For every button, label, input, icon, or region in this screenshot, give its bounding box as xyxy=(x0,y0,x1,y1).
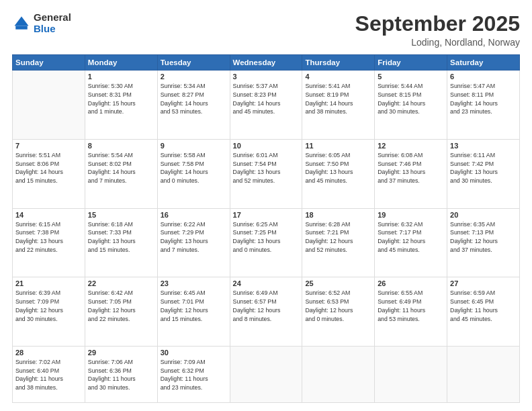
table-row: 2Sunrise: 5:34 AMSunset: 8:27 PMDaylight… xyxy=(157,71,230,140)
table-row: 24Sunrise: 6:49 AMSunset: 6:57 PMDayligh… xyxy=(230,277,302,347)
day-number: 9 xyxy=(161,142,227,150)
day-number: 2 xyxy=(161,73,227,81)
logo: General Blue xyxy=(12,12,71,34)
table-row: 5Sunrise: 5:44 AMSunset: 8:15 PMDaylight… xyxy=(375,71,447,140)
day-number: 17 xyxy=(233,211,300,219)
table-row xyxy=(302,346,375,402)
day-number: 3 xyxy=(233,73,300,81)
day-info: Sunrise: 6:55 AMSunset: 6:49 PMDaylight:… xyxy=(378,289,444,323)
table-row xyxy=(230,346,302,402)
svg-rect-1 xyxy=(15,26,28,29)
day-number: 21 xyxy=(15,279,82,287)
day-number: 20 xyxy=(450,211,517,219)
day-info: Sunrise: 5:37 AMSunset: 8:23 PMDaylight:… xyxy=(233,82,300,116)
day-info: Sunrise: 6:11 AMSunset: 7:42 PMDaylight:… xyxy=(450,151,517,185)
day-info: Sunrise: 6:42 AMSunset: 7:05 PMDaylight:… xyxy=(88,289,154,323)
day-number: 6 xyxy=(450,73,517,81)
col-monday: Monday xyxy=(85,55,157,71)
day-number: 15 xyxy=(88,211,154,219)
day-number: 4 xyxy=(305,73,371,81)
table-row: 29Sunrise: 7:06 AMSunset: 6:36 PMDayligh… xyxy=(85,346,157,402)
day-info: Sunrise: 5:54 AMSunset: 8:02 PMDaylight:… xyxy=(88,151,154,185)
day-info: Sunrise: 5:51 AMSunset: 8:06 PMDaylight:… xyxy=(15,151,82,185)
day-info: Sunrise: 6:08 AMSunset: 7:46 PMDaylight:… xyxy=(378,151,444,185)
table-row xyxy=(375,346,447,402)
col-tuesday: Tuesday xyxy=(157,55,230,71)
day-number: 22 xyxy=(88,279,154,287)
day-info: Sunrise: 6:52 AMSunset: 6:53 PMDaylight:… xyxy=(305,289,371,323)
day-number: 14 xyxy=(15,211,82,219)
table-row: 9Sunrise: 5:58 AMSunset: 7:58 PMDaylight… xyxy=(157,139,230,208)
day-number: 10 xyxy=(233,142,300,150)
calendar-week-1: 7Sunrise: 5:51 AMSunset: 8:06 PMDaylight… xyxy=(13,139,520,208)
day-number: 8 xyxy=(88,142,154,150)
table-row: 16Sunrise: 6:22 AMSunset: 7:29 PMDayligh… xyxy=(157,208,230,277)
col-saturday: Saturday xyxy=(447,55,520,71)
day-info: Sunrise: 6:45 AMSunset: 7:01 PMDaylight:… xyxy=(161,289,227,323)
day-info: Sunrise: 6:18 AMSunset: 7:33 PMDaylight:… xyxy=(88,220,154,255)
table-row: 23Sunrise: 6:45 AMSunset: 7:01 PMDayligh… xyxy=(157,277,230,347)
table-row: 30Sunrise: 7:09 AMSunset: 6:32 PMDayligh… xyxy=(157,346,230,402)
day-number: 30 xyxy=(161,349,227,357)
day-info: Sunrise: 6:05 AMSunset: 7:50 PMDaylight:… xyxy=(305,151,371,185)
day-number: 18 xyxy=(305,211,371,219)
subtitle: Loding, Nordland, Norway xyxy=(355,37,520,48)
svg-marker-0 xyxy=(15,16,29,26)
day-number: 27 xyxy=(450,279,517,287)
table-row: 28Sunrise: 7:02 AMSunset: 6:40 PMDayligh… xyxy=(13,346,85,402)
table-row xyxy=(13,71,85,140)
table-row: 26Sunrise: 6:55 AMSunset: 6:49 PMDayligh… xyxy=(375,277,447,347)
day-info: Sunrise: 5:30 AMSunset: 8:31 PMDaylight:… xyxy=(88,82,154,116)
table-row: 22Sunrise: 6:42 AMSunset: 7:05 PMDayligh… xyxy=(85,277,157,347)
day-info: Sunrise: 7:02 AMSunset: 6:40 PMDaylight:… xyxy=(15,358,82,392)
day-info: Sunrise: 6:35 AMSunset: 7:13 PMDaylight:… xyxy=(450,220,517,255)
logo-blue: Blue xyxy=(34,24,71,35)
table-row: 7Sunrise: 5:51 AMSunset: 8:06 PMDaylight… xyxy=(13,139,85,208)
day-info: Sunrise: 5:41 AMSunset: 8:19 PMDaylight:… xyxy=(305,82,371,116)
day-info: Sunrise: 5:34 AMSunset: 8:27 PMDaylight:… xyxy=(161,82,227,116)
logo-icon xyxy=(12,14,31,33)
day-number: 16 xyxy=(161,211,227,219)
day-number: 26 xyxy=(378,279,444,287)
calendar-week-3: 21Sunrise: 6:39 AMSunset: 7:09 PMDayligh… xyxy=(13,277,520,347)
day-number: 13 xyxy=(450,142,517,150)
table-row: 15Sunrise: 6:18 AMSunset: 7:33 PMDayligh… xyxy=(85,208,157,277)
day-number: 24 xyxy=(233,279,300,287)
calendar-week-0: 1Sunrise: 5:30 AMSunset: 8:31 PMDaylight… xyxy=(13,71,520,140)
col-wednesday: Wednesday xyxy=(230,55,302,71)
table-row: 1Sunrise: 5:30 AMSunset: 8:31 PMDaylight… xyxy=(85,71,157,140)
day-number: 25 xyxy=(305,279,371,287)
day-number: 5 xyxy=(378,73,444,81)
day-info: Sunrise: 6:32 AMSunset: 7:17 PMDaylight:… xyxy=(378,220,444,255)
table-row: 10Sunrise: 6:01 AMSunset: 7:54 PMDayligh… xyxy=(230,139,302,208)
day-info: Sunrise: 5:47 AMSunset: 8:11 PMDaylight:… xyxy=(450,82,517,116)
table-row: 21Sunrise: 6:39 AMSunset: 7:09 PMDayligh… xyxy=(13,277,85,347)
table-row: 19Sunrise: 6:32 AMSunset: 7:17 PMDayligh… xyxy=(375,208,447,277)
calendar-week-4: 28Sunrise: 7:02 AMSunset: 6:40 PMDayligh… xyxy=(13,346,520,402)
main-title: September 2025 xyxy=(355,12,520,36)
table-row: 11Sunrise: 6:05 AMSunset: 7:50 PMDayligh… xyxy=(302,139,375,208)
day-number: 29 xyxy=(88,349,154,357)
table-row: 13Sunrise: 6:11 AMSunset: 7:42 PMDayligh… xyxy=(447,139,520,208)
day-info: Sunrise: 6:22 AMSunset: 7:29 PMDaylight:… xyxy=(161,220,227,255)
logo-general: General xyxy=(34,12,71,24)
day-info: Sunrise: 7:06 AMSunset: 6:36 PMDaylight:… xyxy=(88,358,154,392)
table-row: 18Sunrise: 6:28 AMSunset: 7:21 PMDayligh… xyxy=(302,208,375,277)
table-row: 4Sunrise: 5:41 AMSunset: 8:19 PMDaylight… xyxy=(302,71,375,140)
table-row: 12Sunrise: 6:08 AMSunset: 7:46 PMDayligh… xyxy=(375,139,447,208)
col-friday: Friday xyxy=(375,55,447,71)
day-number: 28 xyxy=(15,349,82,357)
day-info: Sunrise: 5:58 AMSunset: 7:58 PMDaylight:… xyxy=(161,151,227,185)
col-thursday: Thursday xyxy=(302,55,375,71)
table-row: 14Sunrise: 6:15 AMSunset: 7:38 PMDayligh… xyxy=(13,208,85,277)
day-number: 19 xyxy=(378,211,444,219)
day-info: Sunrise: 6:25 AMSunset: 7:25 PMDaylight:… xyxy=(233,220,300,255)
logo-text: General Blue xyxy=(34,12,71,34)
day-info: Sunrise: 6:39 AMSunset: 7:09 PMDaylight:… xyxy=(15,289,82,323)
day-number: 23 xyxy=(161,279,227,287)
day-number: 1 xyxy=(88,73,154,81)
day-number: 12 xyxy=(378,142,444,150)
day-info: Sunrise: 5:44 AMSunset: 8:15 PMDaylight:… xyxy=(378,82,444,116)
calendar: Sunday Monday Tuesday Wednesday Thursday… xyxy=(12,54,520,403)
table-row: 3Sunrise: 5:37 AMSunset: 8:23 PMDaylight… xyxy=(230,71,302,140)
